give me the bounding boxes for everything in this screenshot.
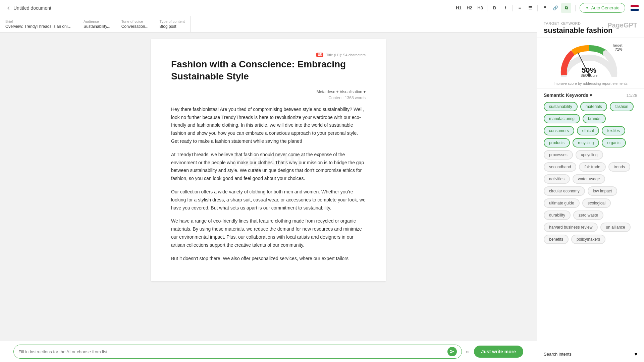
format-copy[interactable]: ⧉ [561,3,571,13]
keyword-tag-10[interactable]: organic [602,138,626,147]
paragraph-1[interactable]: Hey there fashionistas! Are you tired of… [171,106,366,145]
keyword-tag-7[interactable]: textiles [602,126,625,135]
sidebar-header: Target keyword sustainable fashion PageG… [537,16,644,38]
format-h1[interactable]: H1 [453,3,464,13]
keyword-tag-1[interactable]: materials [580,102,607,111]
keyword-tag-26[interactable]: benefits [544,235,569,244]
keyword-tag-18[interactable]: circular economy [544,186,585,196]
svg-text:50%: 50% [581,66,596,74]
format-buttons: H1 H2 H3 B I ≡ ☰ ❝ 🔗 ⧉ [453,3,571,13]
keyword-tag-20[interactable]: ultimate guide [544,198,580,208]
doc-meta-bar: Brief Overview: TrendyThreads is an onli… [0,16,537,33]
meta-desc-label: Meta desc + Visualisation [317,89,362,94]
tone-meta: Tone of voice Conversation... [116,16,154,32]
title-badge: 85 [316,53,323,57]
title-char-count: Title (H1): 54 characters [326,53,366,57]
doc-editor[interactable]: PageGPT 85 Title (H1): 54 characters Fas… [0,33,537,341]
format-link[interactable]: 🔗 [550,3,560,13]
audience-meta: Audience Sustainability... [78,16,116,32]
divider3 [537,5,538,11]
keyword-tag-9[interactable]: recycling [573,138,599,147]
chevron-down-icon: ▾ [635,351,637,357]
paragraph-3[interactable]: Our collection offers a wide variety of … [171,188,366,212]
app-title: Untitled document [13,5,51,11]
keyword-tag-22[interactable]: durability [544,210,571,220]
format-h3[interactable]: H3 [475,3,485,13]
format-italic[interactable]: I [500,3,510,13]
brief-meta: Brief Overview: TrendyThreads is an onli… [0,16,78,32]
divider2 [512,5,513,11]
keyword-tag-4[interactable]: brands [583,114,606,123]
toolbar: Untitled document H1 H2 H3 B I ≡ ☰ ❝ 🔗 ⧉… [0,0,644,16]
svg-text:SEO Score: SEO Score [580,74,597,77]
tone-value: Conversation... [121,24,149,29]
auto-generate-button[interactable]: ✦ Auto Generate [580,3,625,13]
doc-title[interactable]: Fashion with a Conscience: Embracing Sus… [171,58,366,83]
brief-label: Brief [5,19,72,23]
chevron-down-icon: ▾ [364,89,366,94]
search-intents-label: Search intents [544,352,572,357]
keyword-tag-19[interactable]: low impact [588,186,618,196]
keyword-tag-0[interactable]: sustainability [544,102,578,111]
type-value: Blog post [160,24,185,29]
format-h2[interactable]: H2 [464,3,474,13]
tone-label: Tone of voice [121,19,149,23]
language-flag[interactable] [631,5,639,11]
editor-area: Brief Overview: TrendyThreads is an onli… [0,16,537,362]
title-badge-row: 85 Title (H1): 54 characters [171,53,366,57]
keyword-tag-15[interactable]: trends [608,162,630,172]
right-sidebar: Target keyword sustainable fashion PageG… [537,16,644,362]
type-label: Type of content [160,19,185,23]
gauge-wrapper: Target 71% [559,43,623,80]
type-meta: Type of content Blog post [154,16,191,32]
keyword-tag-25[interactable]: un alliance [600,223,630,232]
keyword-tag-16[interactable]: activities [544,174,570,184]
meta-desc-button[interactable]: Meta desc + Visualisation ▾ [317,89,366,94]
keyword-tags: sustainabilitymaterialsfashionmanufactur… [544,102,637,244]
ai-input-bar: or Just write more [0,341,537,362]
auto-gen-icon: ✦ [585,5,589,10]
or-label: or [466,349,470,354]
keyword-tag-8[interactable]: products [544,138,570,147]
keyword-tag-3[interactable]: manufacturing [544,114,580,123]
keyword-tag-17[interactable]: water usage [573,174,605,184]
keyword-tag-11[interactable]: processes [544,150,573,160]
audience-label: Audience [84,19,110,23]
keyword-tag-24[interactable]: harvard business review [544,223,598,232]
ai-input-wrapper [13,345,462,359]
paragraph-5[interactable]: But it doesn't stop there. We also offer… [171,255,366,263]
seo-gauge: 50% SEO Score [559,43,619,77]
keyword-tag-23[interactable]: zero waste [573,210,603,220]
title-area: 85 Title (H1): 54 characters Fashion wit… [171,53,366,83]
keyword-tag-14[interactable]: fair trade [579,162,605,172]
keyword-tag-21[interactable]: ecological [582,198,611,208]
ai-send-button[interactable] [447,347,457,356]
main-layout: Brief Overview: TrendyThreads is an onli… [0,16,644,362]
keyword-tag-2[interactable]: fashion [610,102,634,111]
keyword-tag-6[interactable]: ethical [577,126,599,135]
keyword-tag-13[interactable]: secondhand [544,162,576,172]
sem-kw-header: Semantic Keywords ▾ 11/28 [544,93,637,98]
doc-page: PageGPT 85 Title (H1): 54 characters Fas… [151,39,386,281]
back-button[interactable]: Untitled document [5,5,51,11]
format-unordered-list[interactable]: ☰ [525,3,535,13]
sem-kw-title: Semantic Keywords ▾ [544,93,592,98]
pagegpt-logo: PageGPT [607,21,637,29]
format-bold[interactable]: B [489,3,499,13]
chevron-icon: ▾ [590,93,592,98]
meta-desc-row: Meta desc + Visualisation ▾ [171,89,366,94]
word-count: Content: 1368 words [171,96,366,100]
ai-instruction-input[interactable] [18,349,447,354]
format-ordered-list[interactable]: ≡ [515,3,525,13]
keyword-tag-27[interactable]: policymakers [571,235,605,244]
paragraph-4[interactable]: We have a range of eco-friendly lines th… [171,217,366,249]
just-write-button[interactable]: Just write more [474,346,523,358]
sem-kw-title-text: Semantic Keywords [544,93,588,98]
paragraph-2[interactable]: At TrendyThreads, we believe that fashio… [171,151,366,183]
format-quote[interactable]: ❝ [540,3,550,13]
keyword-tag-12[interactable]: upcycling [576,150,603,160]
keyword-tag-5[interactable]: consumers [544,126,574,135]
audience-value: Sustainability... [84,24,110,29]
search-intents-bar[interactable]: Search intents ▾ [537,346,644,362]
divider4 [575,5,576,11]
